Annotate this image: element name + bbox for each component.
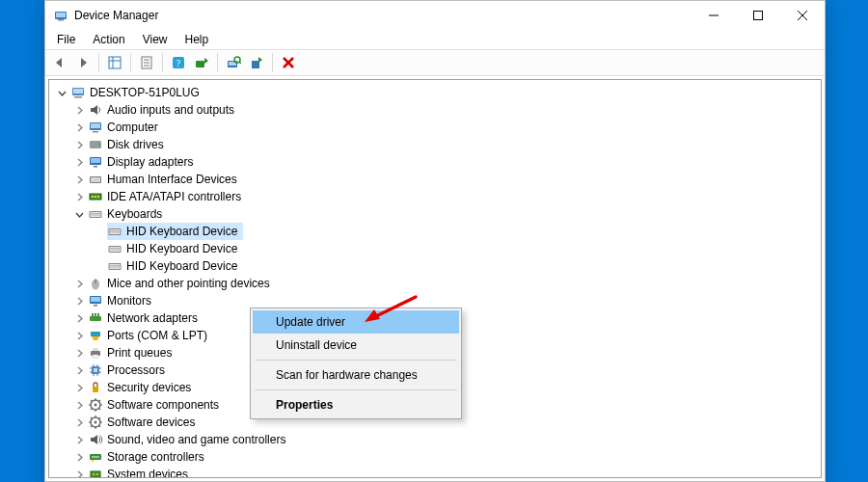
tree-node-label: Software components <box>107 396 219 414</box>
toolbar-properties-button[interactable] <box>136 52 157 73</box>
toolbar-scan-button[interactable] <box>223 52 244 73</box>
context-menu-item-scan-for-hardware-changes[interactable]: Scan for hardware changes <box>253 363 459 387</box>
chevron-right-icon[interactable] <box>72 138 86 151</box>
tree-leaf-hid-keyboard-device[interactable]: HID Keyboard Device <box>49 240 821 257</box>
chevron-right-icon[interactable] <box>72 120 86 134</box>
tree-node-label: Ports (COM & LPT) <box>107 327 207 344</box>
tree-node-label: IDE ATA/ATAPI controllers <box>107 188 241 205</box>
tree-node-audio-inputs-and-outputs[interactable]: Audio inputs and outputs <box>49 101 821 119</box>
chevron-right-icon[interactable] <box>72 381 86 394</box>
tree-leaf-label: HID Keyboard Device <box>126 223 237 240</box>
svg-line-20 <box>239 62 241 64</box>
chevron-down-icon[interactable] <box>72 207 86 221</box>
menubar: File Action View Help <box>45 30 825 49</box>
svg-point-31 <box>98 144 101 147</box>
tree-root[interactable]: DESKTOP-51P0LUG <box>49 84 821 101</box>
toolbar-update-driver-button[interactable] <box>191 52 212 73</box>
chevron-right-icon[interactable] <box>72 346 86 360</box>
toolbar-enable-button[interactable] <box>246 52 267 73</box>
context-menu-item-update-driver[interactable]: Update driver <box>253 310 459 334</box>
svg-rect-29 <box>93 131 98 133</box>
chevron-right-icon[interactable] <box>72 398 86 412</box>
menu-view[interactable]: View <box>135 31 176 48</box>
window-titlebar[interactable]: Device Manager <box>45 1 825 30</box>
tree-node-system-devices[interactable]: System devices <box>49 466 821 478</box>
maximize-button[interactable] <box>736 1 780 30</box>
audio-icon <box>88 102 103 118</box>
svg-rect-4 <box>754 12 763 20</box>
toolbar-separator <box>98 53 99 72</box>
system-icon <box>88 467 103 478</box>
tree-node-ide-ata-atapi-controllers[interactable]: IDE ATA/ATAPI controllers <box>49 188 821 205</box>
toolbar-help-button[interactable]: ? <box>168 52 189 73</box>
monitor-icon <box>88 293 103 308</box>
chevron-right-icon[interactable] <box>72 363 86 377</box>
tree-node-label: Monitors <box>107 292 151 309</box>
tree-node-display-adapters[interactable]: Display adapters <box>49 153 821 171</box>
svg-rect-21 <box>252 61 259 68</box>
svg-rect-55 <box>110 264 121 269</box>
menu-action[interactable]: Action <box>85 31 132 48</box>
cpu-icon <box>88 362 103 378</box>
device-tree-pane[interactable]: DESKTOP-51P0LUGAudio inputs and outputsC… <box>48 79 822 478</box>
context-menu-separator <box>255 389 457 390</box>
tree-node-mice-and-other-pointing-devices[interactable]: Mice and other pointing devices <box>49 275 821 292</box>
svg-rect-64 <box>92 313 94 316</box>
chevron-right-icon[interactable] <box>72 311 86 325</box>
network-icon <box>88 310 103 326</box>
tree-node-label: Print queues <box>107 344 172 362</box>
tree-node-label: System devices <box>107 466 188 478</box>
toolbar: ? <box>45 49 825 76</box>
chevron-right-icon[interactable] <box>72 450 86 464</box>
chevron-right-icon[interactable] <box>72 103 86 117</box>
keyboard-icon <box>107 258 122 274</box>
toolbar-uninstall-button[interactable] <box>278 52 299 73</box>
tree-node-label: Software devices <box>107 414 195 431</box>
tree-node-computer[interactable]: Computer <box>49 119 821 136</box>
svg-rect-70 <box>93 355 98 358</box>
svg-point-83 <box>95 404 97 407</box>
tree-node-storage-controllers[interactable]: Storage controllers <box>49 448 821 466</box>
toolbar-separator <box>217 53 218 72</box>
chevron-right-icon[interactable] <box>72 415 86 429</box>
chevron-right-icon[interactable] <box>72 468 86 478</box>
svg-rect-88 <box>92 460 94 462</box>
context-menu-item-properties[interactable]: Properties <box>253 393 459 416</box>
toolbar-show-hidden-button[interactable] <box>104 52 125 73</box>
keyboard-icon <box>88 206 103 222</box>
mouse-icon <box>88 276 103 291</box>
chevron-right-icon[interactable] <box>72 433 86 446</box>
sound-icon <box>88 432 103 447</box>
chevron-right-icon[interactable] <box>72 173 86 186</box>
chevron-down-icon[interactable] <box>55 86 68 99</box>
minimize-button[interactable] <box>692 1 736 30</box>
chevron-right-icon[interactable] <box>72 155 86 169</box>
tree-node-label: Display adapters <box>107 153 193 171</box>
svg-rect-67 <box>91 332 100 336</box>
toolbar-forward-button[interactable] <box>72 52 94 73</box>
context-menu-item-label: Scan for hardware changes <box>276 368 418 382</box>
context-menu-item-label: Uninstall device <box>276 338 357 352</box>
chevron-right-icon[interactable] <box>72 277 86 290</box>
chevron-right-icon[interactable] <box>72 329 86 342</box>
tree-node-disk-drives[interactable]: Disk drives <box>49 136 821 153</box>
tree-node-keyboards[interactable]: Keyboards <box>49 205 821 223</box>
chevron-right-icon[interactable] <box>72 190 86 203</box>
menu-file[interactable]: File <box>49 31 83 48</box>
display-icon <box>88 154 103 170</box>
svg-rect-7 <box>109 57 121 68</box>
tree-node-human-interface-devices[interactable]: Human Interface Devices <box>49 171 821 188</box>
hid-icon <box>88 172 103 187</box>
tree-leaf-hid-keyboard-device[interactable]: HID Keyboard Device <box>49 257 821 275</box>
tree-leaf-hid-keyboard-device[interactable]: HID Keyboard Device <box>49 223 821 240</box>
chevron-right-icon[interactable] <box>72 294 86 308</box>
svg-rect-33 <box>91 158 100 163</box>
toolbar-back-button[interactable] <box>49 52 70 73</box>
menu-help[interactable]: Help <box>177 31 217 48</box>
close-button[interactable] <box>780 1 825 30</box>
tree-spacer <box>92 225 105 238</box>
tree-node-sound-video-and-game-controllers[interactable]: Sound, video and game controllers <box>49 431 821 448</box>
svg-rect-47 <box>110 229 121 234</box>
context-menu-item-uninstall-device[interactable]: Uninstall device <box>253 334 459 357</box>
computer-icon <box>88 120 103 135</box>
